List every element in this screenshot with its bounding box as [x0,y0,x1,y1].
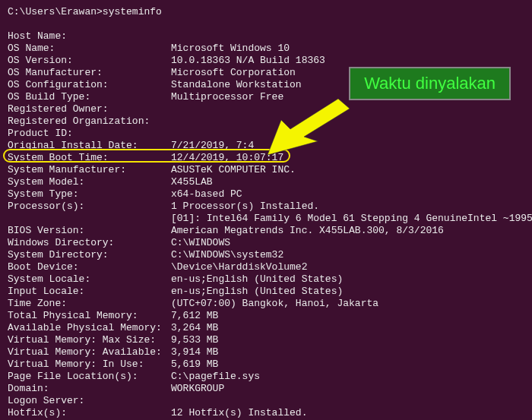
output-row: Logon Server: [8,395,524,407]
output-row: BIOS Version:American Megatrends Inc. X4… [8,225,524,237]
row-label: Virtual Memory: In Use: [8,358,171,371]
row-label: System Manufacturer: [8,164,171,176]
row-label: Input Locale: [8,286,171,298]
row-value: 7,612 MB [171,310,524,322]
row-label: Windows Directory: [8,237,171,249]
output-row: OS Configuration:Standalone Workstation [8,79,524,91]
row-value: C:\WINDOWS [171,237,524,249]
output-row: Time Zone:(UTC+07:00) Bangkok, Hanoi, Ja… [8,298,524,310]
row-value: 9,533 MB [171,334,524,346]
row-value: 3,914 MB [171,346,524,358]
row-label: System Boot Time: [8,152,171,164]
output-row: Processor(s):1 Processor(s) Installed. [8,201,524,213]
output-row: System Type:x64-based PC [8,188,524,201]
row-label: System Model: [8,176,171,188]
output-row: Boot Device:\Device\HarddiskVolume2 [8,261,524,273]
row-value: Standalone Workstation [171,79,524,91]
output-row: Registered Owner: [8,103,524,115]
command-prompt-line: C:\Users\Erawan>systeminfo [8,6,524,18]
row-label: System Directory: [8,249,171,261]
output-row: Virtual Memory: In Use:5,619 MB [8,358,524,371]
row-value: 1 Processor(s) Installed. [171,201,524,213]
row-value: (UTC+07:00) Bangkok, Hanoi, Jakarta [171,298,524,310]
row-label: Registered Organization: [8,115,171,128]
output-row: System Manufacturer:ASUSTeK COMPUTER INC… [8,164,524,176]
row-label: System Locale: [8,273,171,286]
output-row: Virtual Memory: Max Size:9,533 MB [8,334,524,346]
output-row: OS Build Type:Multiprocessor Free [8,91,524,103]
row-label: Processor(s): [8,201,171,213]
row-label: Host Name: [8,30,171,43]
row-value [171,395,524,407]
row-value: ASUSTeK COMPUTER INC. [171,164,524,176]
output-row: Registered Organization: [8,115,524,128]
row-label: Boot Device: [8,261,171,273]
output-row: Hotfix(s):12 Hotfix(s) Installed. [8,407,524,419]
row-value: Multiprocessor Free [171,91,524,103]
row-label: OS Build Type: [8,91,171,103]
row-value: 12 Hotfix(s) Installed. [171,407,524,419]
output-row: System Boot Time:12/4/2019, 10:07:17 [8,152,524,164]
row-label: OS Configuration: [8,79,171,91]
row-value: C:\WINDOWS\system32 [171,249,524,261]
output-row: Available Physical Memory:3,264 MB [8,322,524,334]
row-label: Virtual Memory: Max Size: [8,334,171,346]
row-label: OS Name: [8,43,171,55]
row-label: Available Physical Memory: [8,322,171,334]
row-value: [01]: Intel64 Family 6 Model 61 Stepping… [8,213,532,225]
output-row: System Locale:en-us;English (United Stat… [8,273,524,286]
row-value [171,30,524,43]
prompt-command: systeminfo [103,6,162,17]
row-value: 12/4/2019, 10:07:17 [171,152,524,164]
output-row: System Model:X455LAB [8,176,524,188]
row-label: Product ID: [8,128,171,140]
output-row: OS Manufacturer:Microsoft Corporation [8,67,524,79]
row-value: en-us;English (United States) [171,286,524,298]
output-row: Domain:WORKGROUP [8,383,524,395]
row-label: OS Version: [8,55,171,67]
row-value [171,115,524,128]
row-label: Registered Owner: [8,103,171,115]
row-label: Domain: [8,383,171,395]
output-row: Input Locale:en-us;English (United State… [8,286,524,298]
systeminfo-output: Host Name:OS Name:Microsoft Windows 10OS… [8,30,524,419]
row-value: WORKGROUP [171,383,524,395]
output-row: OS Version:10.0.18363 N/A Build 18363 [8,55,524,67]
row-value: American Megatrends Inc. X455LAB.300, 8/… [171,225,524,237]
row-value: 3,264 MB [171,322,524,334]
row-label: OS Manufacturer: [8,67,171,79]
row-value: 10.0.18363 N/A Build 18363 [171,55,524,67]
row-value: X455LAB [171,176,524,188]
row-value: 5,619 MB [171,358,524,371]
row-label: Virtual Memory: Available: [8,346,171,358]
output-row: Page File Location(s):C:\pagefile.sys [8,371,524,383]
row-value: Microsoft Corporation [171,67,524,79]
output-row: Virtual Memory: Available:3,914 MB [8,346,524,358]
output-row: Product ID: [8,128,524,140]
row-label: Page File Location(s): [8,371,171,383]
row-label: Hotfix(s): [8,407,171,419]
output-row: [01]: Intel64 Family 6 Model 61 Stepping… [8,213,524,225]
output-row: Windows Directory:C:\WINDOWS [8,237,524,249]
output-row: Total Physical Memory:7,612 MB [8,310,524,322]
row-label: Time Zone: [8,298,171,310]
row-label: Original Install Date: [8,140,171,152]
row-label: Total Physical Memory: [8,310,171,322]
row-value [171,128,524,140]
row-value: en-us;English (United States) [171,273,524,286]
output-row: System Directory:C:\WINDOWS\system32 [8,249,524,261]
row-value [171,103,524,115]
row-value: Microsoft Windows 10 [171,43,524,55]
row-label: Logon Server: [8,395,171,407]
output-row: OS Name:Microsoft Windows 10 [8,43,524,55]
row-value: 7/21/2019, 7:4 [171,140,524,152]
row-value: C:\pagefile.sys [171,371,524,383]
output-row: Original Install Date:7/21/2019, 7:4 [8,140,524,152]
row-value: \Device\HarddiskVolume2 [171,261,524,273]
row-label: BIOS Version: [8,225,171,237]
output-row: Host Name: [8,30,524,43]
row-label: System Type: [8,188,171,201]
prompt-path: C:\Users\Erawan> [8,6,103,17]
row-value: x64-based PC [171,188,524,201]
